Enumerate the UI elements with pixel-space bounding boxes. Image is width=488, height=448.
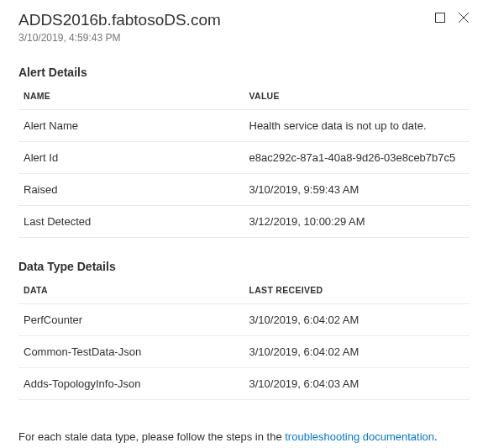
cell-data: PerfCounter (18, 303, 244, 335)
cell-last-received: 3/10/2019, 6:04:02 AM (244, 335, 470, 367)
troubleshooting-link[interactable]: troubleshooting documentation (285, 430, 434, 443)
table-row: Common-TestData-Json 3/10/2019, 6:04:02 … (18, 335, 470, 367)
alert-details-title: Alert Details (18, 66, 470, 79)
table-row: Adds-TopologyInfo-Json 3/10/2019, 6:04:0… (18, 367, 470, 399)
cell-name: Alert Id (18, 141, 244, 173)
panel-header: ADDS2016b.fabtosoDS.com 3/10/2019, 4:59:… (18, 10, 470, 44)
column-header-last-received: LAST RECEIVED (244, 278, 470, 304)
panel-timestamp: 3/10/2019, 4:59:43 PM (18, 32, 221, 44)
table-row: Last Detected 3/12/2019, 10:00:29 AM (18, 205, 470, 237)
alert-details-section: Alert Details NAME VALUE Alert Name Heal… (18, 66, 470, 238)
cell-data: Adds-TopologyInfo-Json (18, 367, 244, 399)
cell-name: Last Detected (18, 205, 244, 237)
data-type-details-section: Data Type Details DATA LAST RECEIVED Per… (18, 260, 470, 400)
panel-title: ADDS2016b.fabtosoDS.com (18, 10, 221, 31)
column-header-data: DATA (18, 278, 244, 304)
data-type-details-table: DATA LAST RECEIVED PerfCounter 3/10/2019… (18, 278, 470, 400)
title-block: ADDS2016b.fabtosoDS.com 3/10/2019, 4:59:… (18, 10, 221, 44)
data-type-details-title: Data Type Details (18, 260, 470, 273)
table-row: Alert Id e8ac292c-87a1-40a8-9d26-03e8ceb… (18, 141, 470, 173)
svg-rect-0 (436, 13, 445, 23)
window-controls (434, 12, 470, 24)
cell-value: e8ac292c-87a1-40a8-9d26-03e8ceb7b7c5 (244, 141, 470, 173)
column-header-name: NAME (18, 84, 244, 110)
cell-name: Raised (18, 173, 244, 205)
cell-last-received: 3/10/2019, 6:04:02 AM (244, 303, 470, 335)
restore-icon[interactable] (434, 12, 446, 24)
cell-data: Common-TestData-Json (18, 335, 244, 367)
cell-value: 3/10/2019, 9:59:43 AM (244, 173, 470, 205)
cell-name: Alert Name (18, 109, 244, 141)
footer-text-prefix: For each stale data type, please follow … (18, 430, 285, 443)
close-icon[interactable] (458, 12, 470, 24)
table-row: PerfCounter 3/10/2019, 6:04:02 AM (18, 303, 470, 335)
table-row: Alert Name Health service data is not up… (18, 109, 470, 141)
footer-text-suffix: . (434, 430, 438, 443)
alert-details-table: NAME VALUE Alert Name Health service dat… (18, 84, 470, 238)
cell-last-received: 3/10/2019, 6:04:03 AM (244, 367, 470, 399)
cell-value: Health service data is not up to date. (244, 109, 470, 141)
alert-panel: ADDS2016b.fabtosoDS.com 3/10/2019, 4:59:… (0, 0, 488, 448)
table-row: Raised 3/10/2019, 9:59:43 AM (18, 173, 470, 205)
footer-note: For each stale data type, please follow … (18, 430, 470, 443)
cell-value: 3/12/2019, 10:00:29 AM (244, 205, 470, 237)
column-header-value: VALUE (244, 84, 470, 110)
